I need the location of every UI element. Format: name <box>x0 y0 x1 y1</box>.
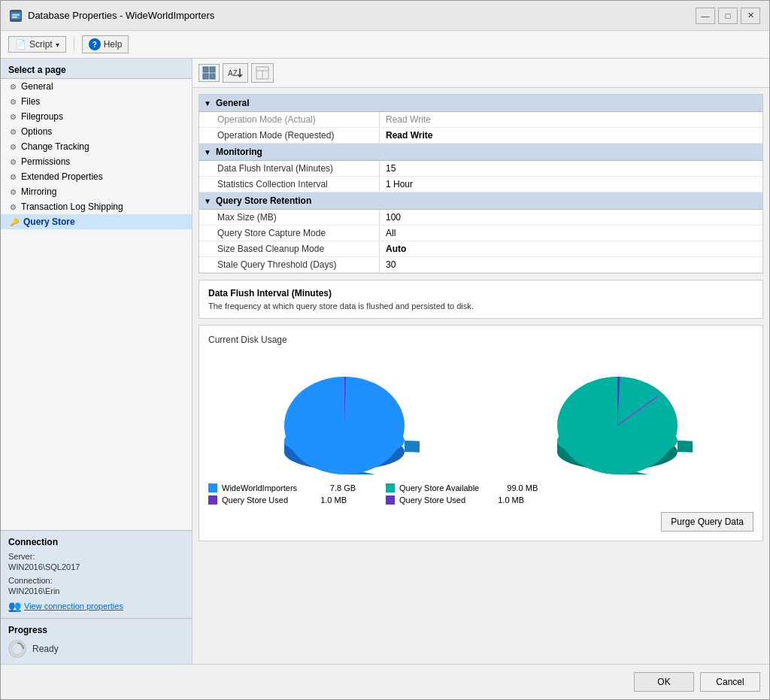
server-label: Server: <box>8 552 184 561</box>
general-icon: ⚙ <box>10 83 17 91</box>
category-view-button[interactable] <box>199 64 220 82</box>
retention-section-header[interactable]: ▼ Query Store Retention <box>199 192 762 210</box>
qs-used-right-color <box>386 495 395 505</box>
legend-col-right: Query Store Available 99.0 MB Query Stor… <box>386 483 538 505</box>
svg-rect-5 <box>210 67 215 72</box>
main-window: Database Properties - WideWorldImporters… <box>0 0 770 700</box>
sidebar-item-change-tracking[interactable]: ⚙ Change Tracking <box>1 139 192 154</box>
right-content: ▼ General Operation Mode (Actual) Read W… <box>192 88 769 664</box>
permissions-icon: ⚙ <box>10 158 17 166</box>
script-icon: 📄 <box>15 39 26 50</box>
toolbar: 📄 Script ▾ ? Help <box>1 31 769 59</box>
legend-item-qs-available: Query Store Available 99.0 MB <box>386 483 538 492</box>
progress-status: Ready <box>32 644 59 654</box>
right-pie-chart <box>542 354 693 474</box>
connection-section: Connection Server: WIN2016\SQL2017 Conne… <box>1 530 192 618</box>
content-toolbar: AZ <box>192 59 769 88</box>
extended-properties-icon: ⚙ <box>10 173 17 181</box>
sidebar: Select a page ⚙ General ⚙ Files ⚙ Filegr… <box>1 59 192 664</box>
sidebar-items: ⚙ General ⚙ Files ⚙ Filegroups ⚙ Options… <box>1 79 192 530</box>
description-box: Data Flush Interval (Minutes) The freque… <box>199 280 763 319</box>
properties-table: ▼ General Operation Mode (Actual) Read W… <box>199 94 763 274</box>
wideworld-color <box>208 483 217 492</box>
svg-rect-0 <box>11 12 21 20</box>
connection-value: WIN2016\Erin <box>8 586 184 595</box>
svg-rect-6 <box>203 74 208 79</box>
retention-properties: Max Size (MB) 100 Query Store Capture Mo… <box>199 210 762 273</box>
monitoring-collapse-arrow: ▼ <box>204 148 211 156</box>
help-icon: ? <box>89 38 101 50</box>
description-text: The frequency at which query store data … <box>208 302 753 311</box>
view-connection-properties-link[interactable]: 👥 View connection properties <box>8 600 184 612</box>
progress-spinner <box>8 640 26 658</box>
transaction-log-icon: ⚙ <box>10 203 17 211</box>
filegroups-icon: ⚙ <box>10 113 17 121</box>
minimize-button[interactable]: — <box>696 8 715 24</box>
connection-label: Connection: <box>8 576 184 585</box>
charts-container <box>208 354 753 474</box>
table-row: Max Size (MB) 100 <box>199 210 762 226</box>
monitoring-properties: Data Flush Interval (Minutes) 15 Statist… <box>199 161 762 192</box>
svg-rect-1 <box>12 14 20 16</box>
select-page-label: Select a page <box>1 59 192 79</box>
sidebar-item-files[interactable]: ⚙ Files <box>1 94 192 109</box>
general-section-header[interactable]: ▼ General <box>199 95 762 112</box>
mirroring-icon: ⚙ <box>10 188 17 196</box>
table-row: Stale Query Threshold (Days) 30 <box>199 257 762 273</box>
sidebar-item-query-store[interactable]: 🔑 Query Store <box>1 214 192 229</box>
table-row: Operation Mode (Actual) Read Write <box>199 112 762 128</box>
general-collapse-arrow: ▼ <box>204 99 211 108</box>
disk-usage-title: Current Disk Usage <box>208 335 753 345</box>
legend-item-wideworld: WideWorldImporters 7.8 GB <box>208 483 356 492</box>
progress-section: Progress Ready <box>1 618 192 664</box>
legend-col-left: WideWorldImporters 7.8 GB Query Store Us… <box>208 483 356 505</box>
properties-view-button[interactable] <box>251 63 274 83</box>
legend-item-qs-used-right: Query Store Used 1.0 MB <box>386 495 538 505</box>
purge-query-data-button[interactable]: Purge Query Data <box>661 512 753 532</box>
sidebar-item-filegroups[interactable]: ⚙ Filegroups <box>1 109 192 124</box>
monitoring-section-header[interactable]: ▼ Monitoring <box>199 144 762 161</box>
right-panel: AZ ▼ <box>192 59 769 664</box>
sidebar-item-general[interactable]: ⚙ General <box>1 79 192 94</box>
qs-available-color <box>386 483 395 492</box>
query-store-icon: 🔑 <box>10 218 19 226</box>
change-tracking-icon: ⚙ <box>10 143 17 151</box>
right-chart-wrapper <box>542 354 693 474</box>
server-value: WIN2016\SQL2017 <box>8 562 184 571</box>
ok-button[interactable]: OK <box>634 672 694 692</box>
table-row: Query Store Capture Mode All <box>199 226 762 241</box>
help-button[interactable]: ? Help <box>82 35 129 53</box>
svg-rect-7 <box>210 74 215 79</box>
qs-used-left-color <box>208 495 217 505</box>
description-title: Data Flush Interval (Minutes) <box>208 288 753 298</box>
table-row: Size Based Cleanup Mode Auto <box>199 241 762 257</box>
script-button[interactable]: 📄 Script ▾ <box>8 36 66 53</box>
svg-text:AZ: AZ <box>228 69 238 77</box>
connection-link-icon: 👥 <box>8 600 21 612</box>
cancel-button[interactable]: Cancel <box>700 672 760 692</box>
close-button[interactable]: ✕ <box>741 8 760 24</box>
sidebar-item-mirroring[interactable]: ⚙ Mirroring <box>1 184 192 199</box>
left-pie-chart <box>269 354 420 474</box>
files-icon: ⚙ <box>10 98 17 106</box>
sidebar-item-options[interactable]: ⚙ Options <box>1 124 192 139</box>
progress-row: Ready <box>8 640 184 658</box>
main-content: Select a page ⚙ General ⚙ Files ⚙ Filegr… <box>1 59 769 664</box>
table-row: Statistics Collection Interval 1 Hour <box>199 177 762 192</box>
app-icon <box>10 10 22 22</box>
bottom-bar: OK Cancel <box>1 664 769 699</box>
sidebar-item-extended-properties[interactable]: ⚙ Extended Properties <box>1 169 192 184</box>
svg-rect-2 <box>12 17 17 18</box>
sidebar-item-transaction-log-shipping[interactable]: ⚙ Transaction Log Shipping <box>1 199 192 214</box>
table-row: Operation Mode (Requested) Read Write <box>199 128 762 144</box>
disk-usage-area: Current Disk Usage <box>199 325 763 541</box>
left-chart-wrapper <box>269 354 420 474</box>
maximize-button[interactable]: □ <box>718 8 738 24</box>
sidebar-item-permissions[interactable]: ⚙ Permissions <box>1 154 192 169</box>
purge-btn-container: Purge Query Data <box>208 512 753 532</box>
general-properties: Operation Mode (Actual) Read Write Opera… <box>199 112 762 144</box>
window-controls: — □ ✕ <box>696 8 760 24</box>
alpha-sort-button[interactable]: AZ <box>223 63 248 83</box>
svg-rect-4 <box>203 67 208 72</box>
toolbar-separator <box>74 37 74 52</box>
